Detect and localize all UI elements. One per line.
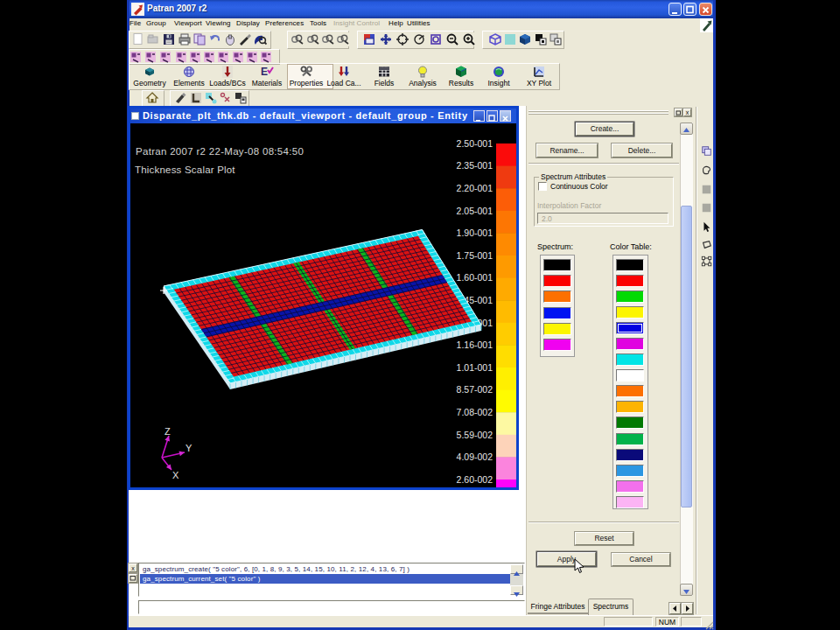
svg-text:5.59-002: 5.59-002	[457, 430, 494, 440]
svg-text:2.35-001: 2.35-001	[457, 160, 494, 171]
svg-text:Patran 2007 r2 22-May-08 08:54: Patran 2007 r2 22-May-08 08:54:50	[136, 146, 304, 157]
svg-text:2.05-001: 2.05-001	[457, 206, 494, 216]
svg-text:2.20-001: 2.20-001	[457, 183, 494, 193]
svg-text:Thickness Scalar Plot: Thickness Scalar Plot	[135, 164, 235, 175]
svg-text:1.75-001: 1.75-001	[457, 250, 494, 261]
svg-text:7.08-002: 7.08-002	[457, 407, 494, 417]
svg-text:1.60-001: 1.60-001	[457, 272, 494, 283]
svg-text:1.90-001: 1.90-001	[457, 228, 494, 238]
svg-text:X: X	[172, 470, 179, 480]
svg-text:2.60-002: 2.60-002	[457, 474, 494, 485]
svg-text:1.01-001: 1.01-001	[457, 362, 494, 373]
svg-text:Y: Y	[186, 443, 192, 453]
svg-text:1.16-001: 1.16-001	[457, 340, 494, 350]
svg-text:2.50-001: 2.50-001	[457, 138, 494, 149]
svg-text:4.09-002: 4.09-002	[457, 452, 494, 462]
svg-text:8.57-002: 8.57-002	[457, 384, 494, 395]
svg-text:Z: Z	[164, 426, 171, 437]
svg-text:E: E	[261, 66, 268, 78]
